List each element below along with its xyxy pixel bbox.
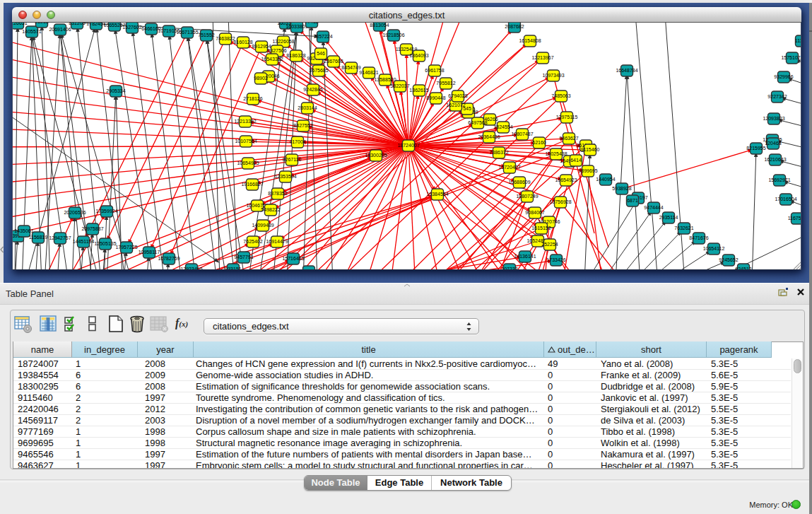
svg-text:10654112: 10654112 bbox=[703, 246, 725, 251]
svg-text:18724007: 18724007 bbox=[397, 143, 419, 148]
svg-text:14136141: 14136141 bbox=[514, 254, 536, 259]
svg-text:9227342: 9227342 bbox=[767, 94, 787, 99]
svg-text:9245652: 9245652 bbox=[719, 257, 738, 262]
svg-text:7955812: 7955812 bbox=[436, 81, 455, 86]
svg-text:10025438: 10025438 bbox=[545, 151, 567, 156]
svg-text:1167533: 1167533 bbox=[788, 216, 801, 221]
svg-text:2905334: 2905334 bbox=[106, 88, 125, 93]
svg-text:1435061: 1435061 bbox=[14, 228, 33, 233]
svg-text:17016504: 17016504 bbox=[775, 197, 796, 201]
svg-text:77412: 77412 bbox=[305, 23, 319, 24]
svg-text:16154808: 16154808 bbox=[519, 38, 541, 43]
svg-text:417004: 417004 bbox=[289, 139, 305, 144]
svg-text:7632621: 7632621 bbox=[674, 226, 693, 230]
svg-text:6414: 6414 bbox=[570, 158, 582, 163]
svg-text:19654923: 19654923 bbox=[555, 177, 577, 182]
svg-text:9084067: 9084067 bbox=[525, 210, 544, 215]
svg-text:8215955: 8215955 bbox=[746, 146, 765, 151]
svg-text:8267110: 8267110 bbox=[283, 157, 302, 162]
svg-text:16543382: 16543382 bbox=[261, 57, 283, 62]
svg-text:1527602: 1527602 bbox=[122, 25, 141, 30]
svg-text:12353594: 12353594 bbox=[274, 174, 296, 179]
svg-text:15692971: 15692971 bbox=[768, 177, 790, 182]
svg-text:2087682: 2087682 bbox=[505, 24, 524, 29]
svg-text:19384554: 19384554 bbox=[426, 192, 448, 197]
svg-text:17359924: 17359924 bbox=[95, 209, 117, 214]
svg-text:5822037: 5822037 bbox=[390, 83, 409, 88]
svg-text:18300295: 18300295 bbox=[365, 153, 387, 158]
svg-text:8813054: 8813054 bbox=[370, 23, 389, 28]
svg-text:12923465: 12923465 bbox=[180, 267, 202, 270]
svg-text:9457791: 9457791 bbox=[234, 255, 253, 259]
svg-text:8160128: 8160128 bbox=[233, 40, 252, 45]
svg-text:15716485: 15716485 bbox=[282, 256, 304, 261]
svg-text:2803144: 2803144 bbox=[298, 105, 317, 110]
svg-text:12093823: 12093823 bbox=[763, 116, 784, 121]
svg-text:16671355: 16671355 bbox=[176, 30, 198, 35]
svg-text:107233: 107233 bbox=[501, 267, 517, 270]
svg-text:12505135: 12505135 bbox=[94, 241, 116, 246]
svg-text:6794028: 6794028 bbox=[448, 93, 467, 98]
svg-text:19166827: 19166827 bbox=[241, 182, 263, 187]
svg-text:7625402: 7625402 bbox=[243, 239, 262, 244]
svg-text:13588520: 13588520 bbox=[374, 77, 396, 82]
svg-text:2126651: 2126651 bbox=[13, 23, 28, 25]
svg-text:10688609: 10688609 bbox=[508, 180, 530, 185]
svg-text:6961758: 6961758 bbox=[425, 68, 444, 73]
svg-text:8454749: 8454749 bbox=[341, 65, 360, 70]
svg-text:5498222: 5498222 bbox=[261, 207, 280, 212]
svg-text:18807249: 18807249 bbox=[516, 194, 538, 199]
svg-text:14451194: 14451194 bbox=[73, 239, 95, 244]
svg-text:93918: 93918 bbox=[35, 23, 49, 24]
svg-text:62160: 62160 bbox=[532, 140, 546, 145]
svg-text:120463: 120463 bbox=[765, 141, 781, 146]
svg-text:16782759: 16782759 bbox=[158, 256, 180, 261]
svg-text:8471676: 8471676 bbox=[689, 235, 708, 240]
svg-text:1362615: 1362615 bbox=[409, 88, 428, 93]
svg-text:546: 546 bbox=[317, 51, 325, 56]
svg-text:751552: 751552 bbox=[198, 33, 214, 37]
svg-text:8990448: 8990448 bbox=[426, 95, 445, 100]
svg-text:831205: 831205 bbox=[69, 23, 85, 25]
svg-text:10756928: 10756928 bbox=[549, 199, 571, 204]
svg-text:1156819: 1156819 bbox=[29, 235, 48, 240]
svg-text:16914479: 16914479 bbox=[266, 239, 288, 244]
svg-text:98903: 98903 bbox=[254, 76, 268, 81]
svg-text:3675685: 3675685 bbox=[309, 68, 328, 73]
svg-text:2367608: 2367608 bbox=[324, 59, 343, 64]
svg-text:1733426: 1733426 bbox=[546, 257, 565, 262]
svg-text:15751074: 15751074 bbox=[781, 55, 801, 60]
svg-text:20206536: 20206536 bbox=[64, 210, 86, 215]
svg-text:12942757: 12942757 bbox=[49, 235, 71, 240]
svg-text:1864093: 1864093 bbox=[409, 53, 428, 58]
svg-text:15720407: 15720407 bbox=[498, 165, 520, 170]
svg-text:5938928: 5938928 bbox=[612, 186, 631, 191]
svg-text:20691406: 20691406 bbox=[49, 27, 71, 32]
svg-text:20975887: 20975887 bbox=[81, 226, 103, 231]
svg-text:9474444: 9474444 bbox=[644, 205, 663, 210]
svg-text:11121: 11121 bbox=[795, 38, 801, 43]
svg-text:7857224: 7857224 bbox=[313, 34, 332, 39]
svg-text:9463627: 9463627 bbox=[559, 136, 578, 141]
svg-text:8186328: 8186328 bbox=[286, 53, 305, 58]
svg-text:10807487: 10807487 bbox=[511, 132, 533, 136]
svg-text:16033809: 16033809 bbox=[286, 24, 307, 29]
svg-text:13226058: 13226058 bbox=[272, 39, 294, 44]
svg-text:7463822: 7463822 bbox=[216, 36, 235, 41]
svg-text:94551: 94551 bbox=[302, 269, 316, 270]
svg-text:20364436: 20364436 bbox=[478, 134, 500, 139]
svg-text:1405571: 1405571 bbox=[22, 29, 41, 34]
svg-text:9242845: 9242845 bbox=[303, 87, 322, 92]
svg-text:7386372: 7386372 bbox=[489, 150, 508, 155]
svg-text:16648784: 16648784 bbox=[616, 68, 637, 73]
svg-text:10107554: 10107554 bbox=[235, 139, 257, 144]
svg-text:8878352: 8878352 bbox=[268, 191, 287, 196]
svg-text:1615152: 1615152 bbox=[531, 226, 551, 230]
svg-text:12213967: 12213967 bbox=[531, 55, 553, 60]
svg-text:7485063: 7485063 bbox=[551, 93, 570, 98]
svg-text:1440954: 1440954 bbox=[596, 177, 615, 182]
svg-text:9899695: 9899695 bbox=[578, 168, 597, 173]
svg-text:6871: 6871 bbox=[627, 198, 638, 203]
svg-text:9329966: 9329966 bbox=[774, 74, 793, 79]
svg-text:12975115: 12975115 bbox=[556, 115, 578, 119]
